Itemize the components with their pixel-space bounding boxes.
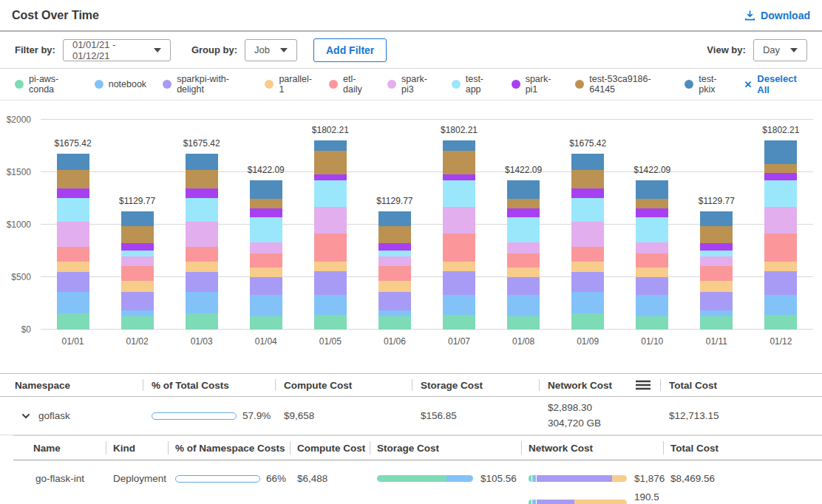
bar-segment-test-pkix[interactable] <box>764 140 797 164</box>
bar-segment-pi-aws-conda[interactable] <box>571 313 604 330</box>
bar-segment-parallel-1[interactable] <box>186 262 218 272</box>
bar-segment-test-53ca9186-64145[interactable] <box>121 226 154 243</box>
bar-segment-pi-aws-conda[interactable] <box>378 316 411 330</box>
bar-segment-notebook[interactable] <box>186 292 218 313</box>
bar-segment-etl-daily[interactable] <box>636 253 668 267</box>
bar-segment-test-53ca9186-64145[interactable] <box>764 164 797 173</box>
date-range-select[interactable]: 01/01/21 - 01/12/21 <box>63 39 171 61</box>
bar-segment-test-app[interactable] <box>314 180 347 207</box>
bar-segment-test-53ca9186-64145[interactable] <box>507 199 540 208</box>
bar-segment-test-53ca9186-64145[interactable] <box>314 151 347 174</box>
bar-segment-spark-pi3[interactable] <box>121 256 154 266</box>
bar-segment-notebook[interactable] <box>764 295 797 315</box>
bar-segment-spark-pi1[interactable] <box>186 188 218 197</box>
bar-segment-notebook[interactable] <box>378 310 411 316</box>
bar-segment-etl-daily[interactable] <box>186 247 218 262</box>
bar-segment-etl-daily[interactable] <box>314 234 347 262</box>
bar-segment-test-app[interactable] <box>57 198 89 222</box>
legend-item-sparkpi-with-delight[interactable]: sparkpi-with-delight <box>163 74 248 95</box>
chevron-down-icon[interactable] <box>21 411 31 421</box>
bar-segment-sparkpi-with-delight[interactable] <box>764 271 797 296</box>
bar-segment-sparkpi-with-delight[interactable] <box>443 271 475 296</box>
bar-segment-parallel-1[interactable] <box>571 262 604 272</box>
bar-segment-test-53ca9186-64145[interactable] <box>700 226 733 243</box>
bar-segment-spark-pi3[interactable] <box>571 222 604 247</box>
legend-item-parallel-1[interactable]: parallel-1 <box>265 74 313 95</box>
bar-segment-parallel-1[interactable] <box>250 268 282 277</box>
bar-segment-etl-daily[interactable] <box>571 247 604 262</box>
bar-segment-pi-aws-conda[interactable] <box>443 315 475 330</box>
bar-segment-spark-pi3[interactable] <box>378 256 411 266</box>
chart-bar[interactable] <box>378 211 411 330</box>
bar-segment-test-pkix[interactable] <box>700 211 733 227</box>
bar-segment-etl-daily[interactable] <box>250 253 282 267</box>
bar-segment-notebook[interactable] <box>636 295 668 316</box>
bar-segment-parallel-1[interactable] <box>764 262 797 271</box>
chart-bar[interactable] <box>443 140 475 330</box>
bar-segment-sparkpi-with-delight[interactable] <box>186 272 218 292</box>
chart-bar[interactable] <box>121 211 154 330</box>
bar-segment-pi-aws-conda[interactable] <box>121 316 154 330</box>
bar-segment-test-app[interactable] <box>700 251 733 256</box>
bar-segment-pi-aws-conda[interactable] <box>57 313 89 330</box>
bar-segment-notebook[interactable] <box>57 292 89 313</box>
bar-segment-spark-pi3[interactable] <box>250 242 282 253</box>
chart-bar[interactable] <box>314 140 347 330</box>
legend-item-test-app[interactable]: test-app <box>452 74 495 95</box>
view-by-select[interactable]: Day <box>753 39 807 61</box>
bar-segment-parallel-1[interactable] <box>507 268 540 277</box>
bar-segment-notebook[interactable] <box>507 295 540 316</box>
legend-item-pi-aws-conda[interactable]: pi-aws-conda <box>15 74 78 95</box>
bar-segment-sparkpi-with-delight[interactable] <box>250 277 282 295</box>
chart-bar[interactable] <box>186 154 218 330</box>
bar-segment-etl-daily[interactable] <box>700 266 733 281</box>
legend-item-spark-pi3[interactable]: spark-pi3 <box>387 74 435 95</box>
bar-segment-test-app[interactable] <box>764 180 797 207</box>
bar-segment-test-pkix[interactable] <box>507 180 540 198</box>
namespace-expand-toggle[interactable]: goflask <box>0 410 143 421</box>
bar-segment-notebook[interactable] <box>250 295 282 316</box>
bar-segment-etl-daily[interactable] <box>57 247 89 262</box>
bar-segment-pi-aws-conda[interactable] <box>250 316 282 330</box>
bar-segment-test-pkix[interactable] <box>378 211 411 227</box>
bar-segment-etl-daily[interactable] <box>121 266 154 281</box>
bar-segment-test-53ca9186-64145[interactable] <box>57 170 89 188</box>
chart-bar[interactable] <box>636 180 668 330</box>
bar-segment-spark-pi3[interactable] <box>636 242 668 253</box>
bar-segment-spark-pi3[interactable] <box>443 207 475 234</box>
download-button[interactable]: Download <box>744 10 810 21</box>
bar-segment-spark-pi3[interactable] <box>764 207 797 234</box>
bar-segment-sparkpi-with-delight[interactable] <box>121 292 154 311</box>
bar-segment-test-pkix[interactable] <box>314 140 347 151</box>
table-row[interactable]: goflask 57.9% $9,658 $156.85 $2,898.30 3… <box>0 397 822 435</box>
bar-segment-spark-pi1[interactable] <box>764 173 797 180</box>
bar-segment-notebook[interactable] <box>571 292 604 313</box>
bar-segment-parallel-1[interactable] <box>378 281 411 292</box>
deselect-all-button[interactable]: ✕ Deselect All <box>744 73 807 95</box>
bar-segment-pi-aws-conda[interactable] <box>186 313 218 330</box>
bar-segment-test-pkix[interactable] <box>443 140 475 151</box>
bar-segment-etl-daily[interactable] <box>764 234 797 262</box>
group-by-select[interactable]: Job <box>245 39 297 61</box>
chart-bar[interactable] <box>700 211 733 330</box>
legend-item-notebook[interactable]: notebook <box>95 79 146 89</box>
bar-segment-notebook[interactable] <box>700 310 733 316</box>
bar-segment-sparkpi-with-delight[interactable] <box>378 292 411 311</box>
bar-segment-spark-pi3[interactable] <box>507 242 540 253</box>
bar-segment-notebook[interactable] <box>314 295 347 315</box>
chart-bar[interactable] <box>57 154 89 330</box>
bar-segment-parallel-1[interactable] <box>314 262 347 271</box>
bar-segment-test-app[interactable] <box>636 217 668 242</box>
bar-segment-test-pkix[interactable] <box>186 154 218 170</box>
bar-segment-parallel-1[interactable] <box>443 262 475 271</box>
bar-segment-parallel-1[interactable] <box>700 281 733 292</box>
bar-segment-test-53ca9186-64145[interactable] <box>186 170 218 188</box>
bar-segment-pi-aws-conda[interactable] <box>314 315 347 330</box>
bar-segment-test-53ca9186-64145[interactable] <box>636 199 668 208</box>
bar-segment-sparkpi-with-delight[interactable] <box>700 292 733 311</box>
legend-item-test-pkix[interactable]: test-pkix <box>685 74 729 95</box>
legend-item-etl-daily[interactable]: etl-daily <box>329 74 371 95</box>
bar-segment-test-app[interactable] <box>378 251 411 256</box>
legend-item-spark-pi1[interactable]: spark-pi1 <box>512 74 560 95</box>
bar-segment-pi-aws-conda[interactable] <box>507 316 540 330</box>
